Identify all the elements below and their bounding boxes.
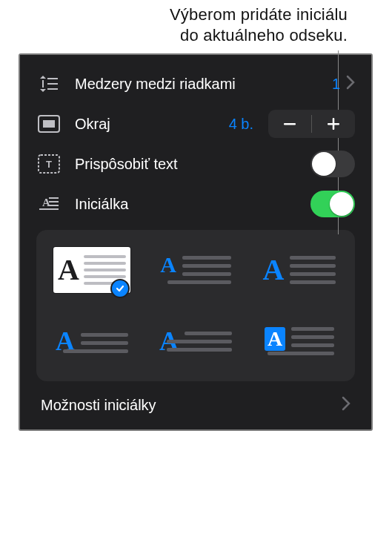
check-icon (110, 279, 130, 298)
line-spacing-value: 1 (332, 76, 340, 93)
svg-rect-14 (49, 205, 59, 206)
chevron-right-icon (346, 75, 355, 93)
margin-stepper (268, 110, 355, 138)
margin-value: 4 b. (229, 116, 253, 133)
shrink-text-switch[interactable] (310, 151, 355, 177)
style-letter: A (160, 256, 176, 274)
drop-cap-options-label: Možnosti iniciálky (41, 397, 156, 414)
style-letter: A (58, 255, 79, 285)
shrink-text-label: Prispôsobiť text (75, 156, 310, 172)
svg-rect-13 (49, 201, 59, 202)
margin-icon (36, 111, 62, 136)
shrink-text-row: T Prispôsobiť text (23, 144, 368, 184)
svg-rect-1 (47, 78, 58, 79)
style-letter: A (263, 255, 285, 285)
switch-knob (330, 192, 353, 216)
svg-rect-2 (47, 83, 58, 85)
svg-text:T: T (46, 159, 52, 170)
drop-cap-switch[interactable] (310, 191, 355, 217)
drop-cap-options-row[interactable]: Možnosti iniciálky (23, 386, 368, 425)
shrink-text-icon: T (36, 151, 62, 177)
chevron-right-icon (342, 396, 351, 415)
drop-cap-style-1[interactable]: A (47, 243, 137, 297)
drop-cap-icon: A (36, 191, 62, 217)
drop-cap-style-3[interactable]: A (254, 243, 345, 297)
callout-line2: do aktuálneho odseku. (180, 26, 348, 45)
margin-row: Okraj 4 b. (23, 104, 368, 144)
svg-rect-12 (49, 197, 59, 199)
drop-cap-style-4[interactable]: A (47, 314, 137, 368)
inspector-panel: Medzery medzi riadkami 1 Okraj 4 b. (19, 53, 373, 431)
svg-rect-8 (333, 118, 335, 130)
drop-cap-style-2[interactable]: A (150, 243, 241, 297)
switch-knob (312, 152, 336, 176)
svg-rect-5 (43, 120, 55, 128)
svg-rect-0 (42, 80, 44, 88)
line-spacing-label: Medzery medzi riadkami (75, 76, 332, 92)
line-spacing-row[interactable]: Medzery medzi riadkami 1 (23, 64, 368, 104)
drop-cap-label: Iniciálka (75, 196, 310, 212)
style-letter: A (268, 329, 282, 349)
margin-label: Okraj (75, 116, 229, 132)
drop-cap-style-6[interactable]: A (254, 314, 345, 368)
svg-rect-15 (39, 208, 59, 210)
callout-text: Výberom pridáte iniciálu do aktuálneho o… (0, 0, 392, 47)
svg-rect-3 (47, 88, 58, 90)
drop-cap-style-grid: A A (36, 230, 355, 381)
drop-cap-style-5[interactable]: A (150, 314, 241, 368)
callout-line1: Výberom pridáte iniciálu (170, 5, 348, 24)
margin-increase-button[interactable] (312, 110, 355, 138)
line-spacing-icon (36, 71, 62, 96)
drop-cap-row: A Iniciálka (23, 184, 368, 224)
margin-decrease-button[interactable] (268, 110, 311, 138)
svg-rect-6 (284, 123, 296, 125)
